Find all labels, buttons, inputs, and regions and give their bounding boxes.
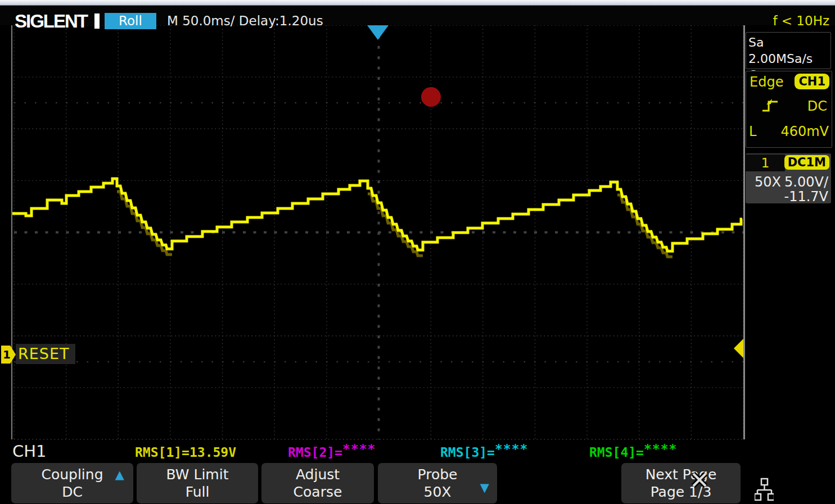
measurement-rms1-value: 13.59V: [189, 445, 236, 460]
trigger-level-label: L: [749, 124, 756, 139]
coupling-up-arrow-icon: ▲: [115, 468, 124, 482]
channel-number-tab[interactable]: 1: [746, 155, 785, 171]
probe-button-title: Probe: [378, 466, 497, 483]
measurement-rms3: RMS[3]=****: [440, 445, 528, 460]
probe-down-arrow-icon: ▼: [480, 481, 489, 494]
acquisition-mode-badge[interactable]: Roll: [105, 13, 156, 29]
channel-coupling-badge[interactable]: DC1M: [784, 155, 829, 170]
probe-attenuation-readout: 50X: [755, 174, 781, 190]
acquisition-info-box: Sa 2.00MSa/s Curr 1.40Mpts: [746, 32, 831, 69]
coupling-button[interactable]: Coupling DC ▲: [11, 463, 133, 503]
measurement-rms1: RMS[1]=13.59V: [135, 445, 236, 460]
probe-button[interactable]: Probe 50X ▼: [378, 463, 497, 503]
measurement-rms4: RMS[4]=****: [589, 445, 677, 460]
trigger-source-badge[interactable]: CH1: [795, 74, 829, 89]
measurement-rms3-label: RMS[3]=: [440, 445, 495, 460]
mouse-x-cursor-icon: [690, 470, 708, 492]
trigger-position-marker-icon[interactable]: [367, 25, 389, 40]
measurement-rms4-label: RMS[4]=: [589, 445, 644, 460]
rising-edge-icon: [762, 98, 779, 115]
channel-label: CH1: [12, 442, 47, 461]
next-page-button-value: Page 1/3: [621, 484, 741, 500]
channel-offset-readout: -11.7V: [784, 189, 828, 205]
trigger-level-readout: 460mV: [780, 124, 829, 139]
bw-limit-button[interactable]: BW Limit Full: [137, 463, 258, 503]
measurement-rms3-value: ****: [495, 442, 528, 456]
measurement-rms4-value: ****: [644, 442, 677, 456]
adjust-button-title: Adjust: [261, 466, 374, 483]
lan-network-icon[interactable]: [755, 478, 774, 504]
frequency-counter: f < 10Hz: [773, 13, 829, 29]
bw-limit-button-title: BW Limit: [137, 466, 258, 483]
measurement-rms1-label: RMS[1]=: [135, 445, 189, 460]
graticule-and-waveform-canvas: [0, 0, 835, 504]
grid-right-border: [743, 25, 745, 439]
measurement-rms2-value: ****: [342, 442, 376, 456]
header-bar: SIGLENT Roll M 50.0ms/ Delay:1.20us f < …: [0, 6, 835, 25]
adjust-button-value: Coarse: [261, 484, 374, 500]
siglent-logo: SIGLENT: [15, 12, 87, 30]
bw-limit-button-value: Full: [137, 484, 258, 500]
trigger-level-marker-icon[interactable]: [734, 339, 743, 358]
coupling-button-value: DC: [11, 484, 133, 500]
window-top-strip: [0, 0, 835, 6]
trigger-type-label: Edge: [750, 74, 783, 90]
channel-info-box[interactable]: 1 DC1M 50X 5.00V/ -11.7V: [746, 153, 831, 203]
measurement-rms2: RMS[2]=****: [288, 445, 376, 460]
volts-per-div-readout: 5.00V/: [784, 174, 828, 190]
trigger-info-box[interactable]: Edge CH1 DC L 460mV: [746, 71, 832, 148]
probe-button-value: 50X: [378, 484, 497, 500]
record-dot-icon: [421, 87, 441, 107]
annotation-reset-label: RESET: [16, 344, 75, 364]
timebase-readout[interactable]: M 50.0ms/ Delay:1.20us: [167, 13, 323, 29]
siglent-logo-block: [94, 13, 100, 29]
sample-rate-readout: Sa 2.00MSa/s: [748, 34, 831, 67]
next-page-button-title: Next Page: [621, 466, 741, 483]
grid-left-border: [11, 25, 12, 439]
adjust-button[interactable]: Adjust Coarse: [261, 463, 374, 503]
measurement-rms2-label: RMS[2]=: [288, 445, 342, 460]
next-page-button[interactable]: Next Page Page 1/3: [621, 463, 741, 503]
trigger-coupling-readout: DC: [807, 98, 827, 114]
